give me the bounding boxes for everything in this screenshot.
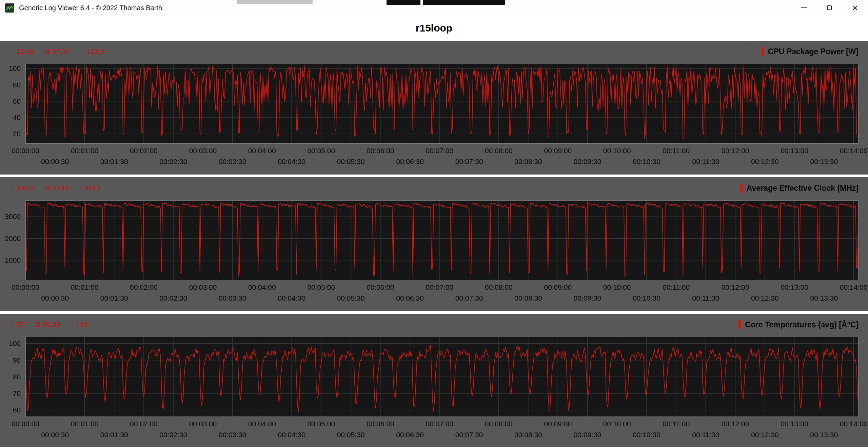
x-tick-label: 00:09:30: [574, 294, 601, 302]
x-tick-label: 00:08:00: [485, 420, 513, 428]
x-tick-label: 00:10:00: [603, 420, 631, 428]
minimize-button[interactable]: [791, 0, 816, 16]
x-tick-label: 00:13:30: [810, 294, 838, 302]
y-tick-label: 3000: [0, 213, 21, 220]
x-tick-label: 00:06:30: [396, 431, 424, 439]
chart-stats: ↓ 12,66 Ø 67,07 ↑ 103,3: [11, 47, 105, 56]
x-tick-label: 00:07:00: [426, 283, 453, 291]
log-title: r15loop: [416, 22, 452, 34]
x-tick-label: 00:14:00: [840, 420, 868, 428]
legend-label: Core Temperatures (avg) [Å°C]: [745, 320, 859, 329]
x-tick-label: 00:04:00: [248, 283, 276, 291]
maximize-button[interactable]: [816, 0, 842, 16]
x-tick-label: 00:05:30: [337, 294, 365, 302]
y-axis-labels: 300020001000: [0, 200, 23, 280]
chart-panel-cpu-package-power: ↓ 12,66 Ø 67,07 ↑ 103,3 CPU Package Powe…: [0, 41, 868, 175]
x-tick-label: 00:03:00: [189, 283, 217, 291]
stat-avg: Ø 2708: [45, 184, 68, 192]
x-tick-label: 00:12:30: [751, 158, 779, 166]
x-tick-label: 00:05:00: [307, 420, 335, 428]
y-tick-label: 70: [0, 390, 21, 397]
stat-avg: Ø 85,89: [35, 321, 61, 329]
x-tick-label: 00:03:30: [219, 158, 246, 166]
x-tick-label: 00:09:00: [544, 147, 572, 155]
plot-background: [25, 64, 859, 144]
x-tick-label: 00:00:00: [12, 420, 39, 428]
x-tick-label: 00:13:30: [810, 431, 838, 439]
stat-avg: Ø 67,07: [45, 47, 71, 56]
chart-panel-average-effective-clock: ↓ 190,6 Ø 2708 ↑ 3602 Average Effective …: [0, 177, 868, 311]
x-tick-label: 00:04:30: [278, 294, 305, 302]
chart-panel-core-temperatures-avg: ↓ 57 Ø 85,89 ↑ 100 Core Temperatures (av…: [0, 314, 868, 447]
background-window-fragment: [423, 0, 505, 5]
chart-stats: ↓ 190,6 Ø 2708 ↑ 3602: [11, 184, 101, 192]
x-tick-label: 00:00:00: [12, 283, 39, 291]
charts-container: ↓ 12,66 Ø 67,07 ↑ 103,3 CPU Package Powe…: [0, 41, 868, 447]
panel-header: ↓ 190,6 Ø 2708 ↑ 3602 Average Effective …: [11, 183, 859, 194]
plot-area[interactable]: [25, 200, 859, 280]
x-tick-label: 00:11:00: [663, 420, 690, 428]
plot-background: [25, 200, 859, 280]
x-tick-label: 00:12:00: [722, 147, 749, 155]
x-tick-label: 00:00:00: [12, 147, 39, 155]
x-tick-label: 00:07:30: [455, 431, 483, 439]
x-axis-labels-row1: 00:00:0000:01:0000:02:0000:03:0000:04:00…: [25, 283, 859, 291]
x-tick-label: 00:03:00: [189, 420, 217, 428]
x-tick-label: 00:12:30: [751, 294, 779, 302]
stat-max: ↑ 3602: [79, 184, 101, 192]
minimize-icon: [801, 7, 807, 8]
x-tick-label: 00:13:00: [781, 420, 808, 428]
x-tick-label: 00:02:30: [159, 158, 187, 166]
chart-legend: Average Effective Clock [MHz]: [740, 184, 859, 193]
legend-color-bar: [740, 184, 743, 192]
stat-min: ↓ 12,66: [11, 47, 34, 56]
x-tick-label: 00:05:30: [337, 158, 365, 166]
x-tick-label: 00:14:00: [840, 147, 868, 155]
x-tick-label: 00:08:30: [514, 431, 542, 439]
background-window-fragment: [237, 0, 313, 4]
x-tick-label: 00:06:00: [367, 420, 394, 428]
x-tick-label: 00:11:30: [692, 431, 719, 439]
x-tick-label: 00:06:30: [396, 158, 424, 166]
legend-label: Average Effective Clock [MHz]: [747, 184, 859, 193]
y-tick-label: 20: [0, 130, 21, 138]
x-tick-label: 00:07:00: [426, 420, 453, 428]
x-tick-label: 00:01:30: [100, 431, 128, 439]
x-tick-label: 00:11:00: [663, 147, 690, 155]
x-tick-label: 00:04:30: [278, 158, 305, 166]
x-tick-label: 00:00:30: [41, 294, 69, 302]
y-tick-label: 80: [0, 373, 21, 381]
x-tick-label: 00:08:00: [485, 283, 513, 291]
close-button[interactable]: ✕: [842, 0, 868, 16]
x-tick-label: 00:02:00: [130, 420, 158, 428]
x-tick-label: 00:13:00: [781, 147, 808, 155]
x-tick-label: 00:07:00: [426, 147, 453, 155]
header-band: r15loop: [0, 16, 868, 41]
stat-min: ↓ 190,6: [11, 184, 34, 192]
x-tick-label: 00:06:30: [396, 294, 424, 302]
x-tick-label: 00:12:00: [722, 283, 749, 291]
y-tick-label: 100: [0, 340, 21, 347]
x-tick-label: 00:02:00: [130, 147, 158, 155]
stat-max: ↑ 103,3: [81, 47, 105, 56]
x-tick-label: 00:08:00: [485, 147, 513, 155]
x-tick-label: 00:00:30: [41, 158, 69, 166]
x-tick-label: 00:07:30: [455, 158, 483, 166]
y-axis-labels: 10090807060: [0, 337, 23, 417]
chart-legend: CPU Package Power [W]: [762, 47, 859, 56]
y-tick-label: 1000: [0, 257, 21, 264]
app-icon: [5, 3, 14, 13]
x-tick-label: 00:10:30: [633, 294, 660, 302]
x-tick-label: 00:04:00: [248, 147, 276, 155]
stat-min: ↓ 57: [11, 321, 24, 329]
plot-area[interactable]: [25, 64, 859, 144]
legend-color-bar: [762, 47, 764, 56]
plot-area[interactable]: [25, 337, 859, 417]
x-tick-label: 00:10:30: [633, 158, 660, 166]
x-tick-label: 00:05:00: [307, 147, 335, 155]
x-tick-label: 00:02:30: [159, 294, 187, 302]
legend-color-bar: [738, 320, 741, 329]
x-tick-label: 00:08:30: [514, 294, 542, 302]
panel-header: ↓ 57 Ø 85,89 ↑ 100 Core Temperatures (av…: [11, 319, 859, 330]
y-tick-label: 80: [0, 81, 21, 89]
